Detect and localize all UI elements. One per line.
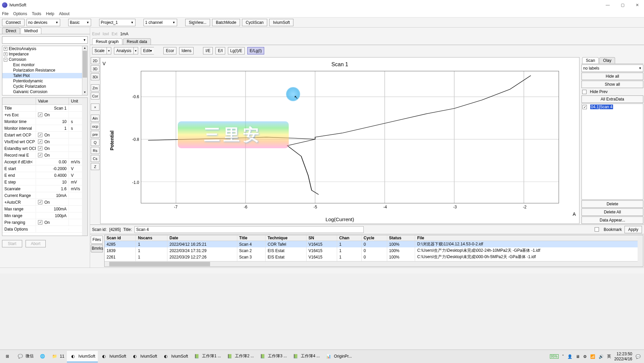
level-combo[interactable]: Basic▼ [68,19,91,26]
delete-button[interactable]: Delete [581,200,643,208]
hide-prev-checkbox[interactable] [582,90,587,94]
tray-volume-icon[interactable]: 🔊 [599,354,604,359]
taskbar-item[interactable]: 💬微信 [14,351,36,362]
tray-gear-icon[interactable]: ⚙ [583,354,587,359]
prop-row[interactable]: Scanrate1.6mV/s [2,186,87,192]
channel-combo[interactable]: 1 channel▼ [144,19,177,26]
delete-all-button[interactable]: Delete All [581,208,643,216]
taskbar-item[interactable]: 📁11 [48,351,67,362]
tree-child[interactable]: Potentiodynamic [2,78,87,84]
table-row[interactable]: 183912022/03/24 17:31:29Scan 2EIS EstatV… [105,247,643,254]
elgi-button[interactable]: E/Lg(I) [247,47,264,54]
checkbox[interactable]: ✓ [38,220,42,225]
expand-icon[interactable]: + [4,47,7,51]
table-row[interactable]: 428512022/04/12 16:25:21Scan 4COR TafelV… [105,241,643,248]
tray-people-icon[interactable]: 👤 [567,354,572,359]
table-row[interactable]: 018812022/01/01 16:31:13Scan 7CR EocV164… [105,267,643,267]
chart-mode-z[interactable]: Z [91,163,99,170]
idens-button[interactable]: Idens [179,47,194,54]
clock[interactable]: 12:23:50 2022/4/16 [614,352,632,361]
batchmode-button[interactable]: BatchMode [212,19,240,26]
tab-bmrks[interactable]: Bmrks [91,244,103,252]
scan-list[interactable]: ✓04.1]Scan 4 [581,104,643,200]
checkbox[interactable]: ✓ [38,146,42,151]
devices-combo[interactable]: no devices▼ [27,19,60,26]
chart-mode-3d[interactable]: 3D [91,65,99,72]
analysis-button[interactable]: Analysis▼ [114,47,138,54]
taskbar-item[interactable]: ◐IviumSoft [160,351,191,362]
close-button[interactable]: ✕ [633,2,642,8]
maximize-button[interactable]: ▢ [618,2,627,8]
menu-about[interactable]: About [59,11,69,16]
chart-mode-pre[interactable]: pre [91,131,99,138]
v-scrollbar[interactable] [638,235,643,267]
scan-item-checkbox[interactable]: ✓ [582,105,587,109]
tree-node[interactable]: Corrosion [9,57,26,62]
tab-ext[interactable]: Ext [112,32,117,36]
checkbox[interactable]: ✓ [38,113,42,117]
taskbar-item[interactable]: ◐IviumSoft [67,351,98,362]
labels-combo[interactable]: no labels▼ [581,65,643,72]
notification-icon[interactable]: 💬 [636,354,641,359]
chart-mode-ain[interactable]: Ain [91,115,99,122]
prop-row[interactable]: Monitor interval1s [2,125,87,132]
show-all-button[interactable]: Show all [581,81,643,88]
all-extradata-button[interactable]: All ExtraData [581,95,643,103]
ie-button[interactable]: I/E [203,47,213,54]
checkbox[interactable]: ✓ [38,139,42,144]
chart-mode-cor[interactable]: Cor [91,92,99,99]
scan-item[interactable]: 04.1]Scan 4 [590,105,613,109]
checkbox[interactable]: ✓ [38,200,42,204]
chart-mode-cs[interactable]: Cs [91,155,99,162]
ime-indicator[interactable]: 英 [607,354,611,359]
scrollbar[interactable]: ▴▾ [82,46,87,95]
prop-row[interactable]: +vs Eoc✓On [2,112,87,118]
checkbox[interactable]: ✓ [38,153,42,157]
prop-row[interactable]: Estandby wrt OCP✓On [2,145,87,152]
table-row[interactable]: 226112022/03/29 12:27:26Scan 3EIS EstatV… [105,254,643,260]
method-tree[interactable]: +ElectroAnalysis +Impedance −Corrosion E… [2,46,88,95]
prop-row[interactable]: Max range100mA [2,206,87,212]
tray-up-icon[interactable]: ˄ [562,354,564,359]
expand-icon[interactable]: + [4,52,7,56]
scan-title-input[interactable] [134,226,363,233]
iviumsoft-button[interactable]: IviumSoft [269,19,293,26]
prop-row[interactable]: Record real E✓On [2,152,87,159]
prop-row[interactable]: Vtx/End wrt OCP✓On [2,138,87,145]
minimize-button[interactable]: — [603,2,612,8]
hide-all-button[interactable]: Hide all [581,73,643,80]
taskbar-item[interactable]: 🌐 [36,351,48,362]
tray-wifi-icon[interactable]: 📶 [590,354,595,359]
prop-row[interactable]: E end0.4000V [2,172,87,179]
project-combo[interactable]: Project_1▼ [99,19,135,26]
chart-mode-ocp[interactable]: ocp [91,123,99,130]
tab-scan[interactable]: Scan [582,57,599,64]
prop-row[interactable]: E step10mV [2,179,87,186]
tree-node[interactable]: Impedance [9,52,29,56]
tab-eovl[interactable]: Eovl [92,32,100,36]
apply-button[interactable]: Apply [625,226,642,233]
chart-mode-2d[interactable]: 2D [91,57,99,64]
tab-files[interactable]: Files [91,236,103,244]
chart-mode-q[interactable]: Q [91,139,99,146]
scan-history-table[interactable]: Scan idNscansDateTitleTechniqueSNChanCyc… [104,235,643,267]
tab-olay[interactable]: Olay [599,57,615,64]
sigview-button[interactable]: SigView... [185,19,210,26]
ecor-button[interactable]: Ecor [163,47,176,54]
prop-row[interactable]: Current Range10mA [2,192,87,199]
chart-mode-rs[interactable]: Rs [91,147,99,154]
tab-range[interactable]: 1mA [120,32,128,36]
menu-file[interactable]: File [2,11,8,16]
cycliscan-button[interactable]: CycliScan [242,19,267,26]
menu-options[interactable]: Options [13,11,27,16]
prop-row[interactable]: Min range100pA [2,212,87,219]
taskbar-item[interactable]: 📗工作簿1 ... [191,351,224,362]
taskbar-item[interactable]: 📊OriginPr... [322,351,354,362]
prop-row[interactable]: Pre ranging✓On [2,219,87,226]
prop-row[interactable]: Accept if dE/dt<0.00mV/s [2,159,87,165]
tree-child[interactable]: Eoc monitor [2,62,87,68]
bookmark-checkbox[interactable] [595,227,599,232]
abort-button[interactable]: Abort [26,240,46,247]
prop-row[interactable]: Data Options [2,226,87,233]
chart-mode-×[interactable]: × [91,104,99,111]
